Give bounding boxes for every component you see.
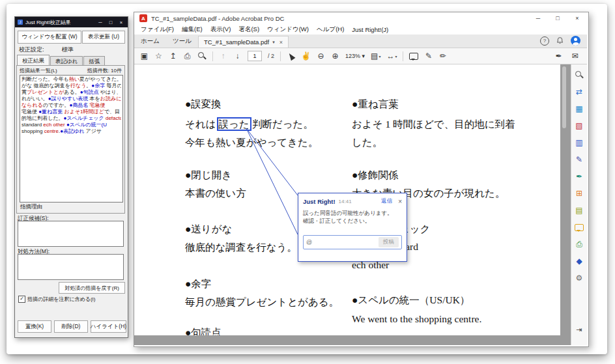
result-line[interactable]: 賞プレゼントとがある。●句読点 やはり、こ	[21, 89, 121, 96]
zoom-in-icon[interactable]: ⊕	[331, 51, 339, 61]
single-page-view-icon[interactable]: ▤▾	[371, 51, 380, 61]
highlighter-icon[interactable]: ✏	[438, 51, 447, 61]
justright-titlebar[interactable]: J Just Right!校正結果 ─ □ ×	[15, 17, 128, 27]
include-details-checkbox[interactable]: ✓	[18, 296, 25, 303]
reply-input[interactable]: @ 投稿	[303, 235, 402, 249]
jr-minimize-button[interactable]: ─	[96, 20, 104, 25]
menu-item-3[interactable]: 署名(S)	[235, 25, 263, 34]
protect-icon[interactable]: ◆	[574, 256, 584, 266]
correction-candidates-field[interactable]	[18, 221, 124, 247]
collapse-panel-icon[interactable]: ⇥	[571, 326, 587, 334]
action-method-field[interactable]	[18, 254, 124, 280]
organize-pages-icon[interactable]: ▦	[574, 104, 584, 114]
result-segment: ●スペルの統一(U	[66, 122, 107, 128]
post-button[interactable]: 投稿	[379, 237, 399, 247]
highlighted-word[interactable]: 誤った	[217, 117, 251, 131]
create-pdf-icon[interactable]: ▧	[574, 120, 584, 131]
next-page-icon[interactable]: ↓	[233, 51, 242, 61]
menu-item-2[interactable]: 表示(V)	[207, 25, 235, 34]
pdf-line: およそ 1 時間ほどで、目的地に到着	[352, 118, 515, 132]
result-segment: がな 徹底的な調査を	[21, 83, 70, 89]
tab-document[interactable]: TC_#1_sampleData.pdf ▾ ×	[198, 36, 289, 48]
menu-item-0[interactable]: ファイル(F)	[137, 25, 178, 34]
window-title: TC_#1_sampleData.pdf - Adobe Acrobat Pro…	[151, 15, 524, 22]
scrollbar-thumb[interactable]	[562, 66, 566, 128]
pdf-heading: ●余字	[185, 277, 211, 291]
send-email-icon[interactable]: ✉	[571, 51, 579, 61]
tab-tools[interactable]: ツール	[166, 35, 198, 48]
arrange-window-button[interactable]: ウィンドウを配置 (W)	[18, 31, 81, 44]
menu-item-5[interactable]: ヘルプ(H)	[313, 25, 348, 34]
fit-width-icon[interactable]: ↔▾	[386, 51, 397, 61]
toolbar-right-group: ✒✉	[554, 51, 587, 61]
menu-item-6[interactable]: Just Right!(J)	[348, 26, 392, 33]
minimize-button[interactable]: ─	[528, 12, 548, 24]
result-list[interactable]: 判断だった。今年も熱い夏がやってきた。●送りがな 徹底的な調査を行なう。●余字 …	[20, 75, 123, 203]
proof-settings-value: 標準	[62, 46, 74, 54]
hand-tool-icon[interactable]: ✌	[301, 51, 311, 61]
edit-pdf-icon[interactable]: ✎	[574, 154, 584, 165]
print-production-icon[interactable]: ⎙	[574, 239, 584, 249]
result-line[interactable]: shopping centre.●表記ゆれ アジサ	[21, 128, 121, 135]
print-icon[interactable]: ⎙	[183, 51, 192, 61]
result-list-header: 指摘結果一覧(L) 指摘件数: 10件	[20, 67, 122, 74]
jr-close-button[interactable]: ×	[117, 20, 125, 25]
find-icon[interactable]	[574, 70, 584, 80]
menubar: ファイル(F)編集(E)表示(V)署名(S)ウィンドウ(W)ヘルプ(H)Just…	[134, 24, 587, 35]
revert-handled-button[interactable]: 対処済の指摘を戻す(R)	[59, 282, 125, 294]
export-pdf-icon[interactable]: ⇄	[574, 87, 584, 97]
maximize-button[interactable]: □	[548, 12, 567, 24]
help-question-icon[interactable]: ?	[540, 36, 549, 46]
result-line[interactable]: standard ech other ●スペルの統一(U	[21, 122, 121, 128]
comment-popup: Just Right! 14:41 返信 × 誤った同音語の可能性があります。 …	[298, 193, 407, 262]
search-icon[interactable]	[197, 51, 207, 61]
tab-close-icon[interactable]: ×	[279, 39, 283, 46]
result-line[interactable]: れがいい。●誤りやすい表現 本をお読みに	[21, 96, 121, 102]
result-line[interactable]: 判断だった。今年も熱い夏がやってきた。●送り	[21, 76, 121, 83]
replace-button[interactable]: 置換(K)	[18, 320, 51, 333]
delete-button[interactable]: 削除(D)	[54, 320, 88, 333]
result-line[interactable]: 的地に到着した。●スペルチェック defacto	[21, 115, 121, 122]
tab-home[interactable]: ホーム	[134, 35, 166, 48]
comment-icon	[575, 224, 584, 231]
chevron-down-icon[interactable]: ▾	[272, 40, 275, 45]
combine-files-icon[interactable]: ▥	[574, 137, 584, 148]
comment-bubble-icon[interactable]	[409, 53, 418, 60]
close-button[interactable]: ×	[567, 12, 587, 24]
highlight-button[interactable]: ハイライト(H)	[91, 320, 126, 333]
vertical-scrollbar[interactable]	[561, 64, 567, 335]
prepare-form-icon[interactable]: ▤	[574, 205, 584, 216]
favorites-star-icon[interactable]: ☆	[154, 51, 163, 61]
zoom-out-icon[interactable]: ⊖	[317, 51, 325, 61]
zoom-level-dropdown[interactable]: 123% ▾	[345, 53, 365, 59]
acrobat-titlebar[interactable]: A TC_#1_sampleData.pdf - Adobe Acrobat P…	[134, 12, 587, 24]
popup-close-icon[interactable]: ×	[398, 198, 402, 205]
account-avatar[interactable]	[571, 36, 580, 46]
result-segment: 毎月の懸	[105, 83, 121, 89]
page-number-input[interactable]: 1	[248, 51, 262, 61]
measure-icon[interactable]: ⚙	[574, 273, 584, 283]
fill-sign-icon[interactable]: ✒	[554, 51, 563, 61]
notifications-bell-icon[interactable]	[556, 36, 564, 45]
mention-at-symbol: @	[306, 239, 312, 245]
save-icon[interactable]: ▣	[140, 51, 149, 61]
request-signatures-icon[interactable]: ✒	[574, 171, 584, 182]
result-line[interactable]: がな 徹底的な調査を行なう。●余字 毎月の懸	[21, 83, 121, 89]
result-segment: ●重ね言葉	[38, 109, 63, 115]
scan-ocr-icon[interactable]: ⊞	[574, 188, 584, 199]
refresh-view-button[interactable]: 表示更新 (U)	[82, 31, 125, 44]
share-upload-icon[interactable]: ↥	[169, 51, 177, 61]
comment-icon[interactable]	[574, 222, 584, 232]
result-segment: 夏がやってきた。	[79, 76, 121, 82]
jr-maximize-button[interactable]: □	[107, 20, 115, 25]
pencil-annotation-icon[interactable]: ✎	[424, 51, 433, 61]
tabbar-right-group: ?	[540, 36, 587, 48]
reply-link[interactable]: 返信	[381, 197, 392, 205]
result-line[interactable]: 宅急便 ●重ね言葉 およそ1時間ほどで、目	[21, 109, 121, 115]
previous-page-icon[interactable]: ↑	[219, 51, 227, 61]
result-line[interactable]: なられるのですか。●商品名 宅急便	[21, 102, 121, 109]
menu-item-4[interactable]: ウィンドウ(W)	[263, 25, 313, 34]
select-tool-icon[interactable]	[287, 53, 295, 60]
result-list-label: 指摘結果一覧(L)	[20, 67, 57, 74]
menu-item-1[interactable]: 編集(E)	[178, 25, 207, 34]
